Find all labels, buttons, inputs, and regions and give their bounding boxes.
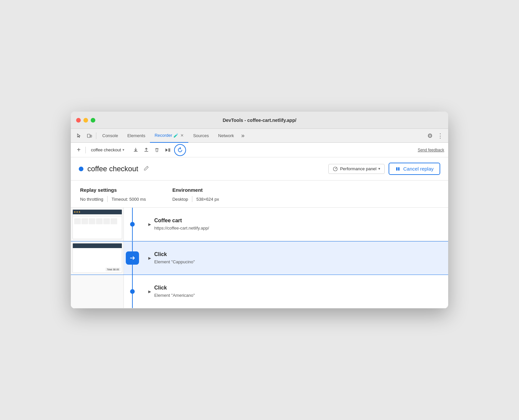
replay-settings-col: Replay settings No throttling Timeout: 5… <box>80 187 146 202</box>
step-3-description: Element "Americano" <box>154 293 195 298</box>
pause-icon <box>395 166 401 172</box>
maximize-button[interactable] <box>91 118 95 123</box>
recorder-toolbar: + coffee checkout ▾ <box>71 143 448 157</box>
throttling-value: No throttling <box>80 197 103 202</box>
step-1-content: ▶ Coffee cart https://coffee-cart.netlif… <box>141 208 448 241</box>
more-options-button[interactable]: ⋮ <box>435 130 446 141</box>
flask-icon: 🧪 <box>173 133 178 138</box>
import-button[interactable] <box>142 145 151 155</box>
recording-selector-button[interactable]: coffee checkout ▾ <box>88 146 127 154</box>
add-recording-button[interactable]: + <box>75 145 83 155</box>
step-1-thumbnail <box>71 208 124 241</box>
replay-button[interactable] <box>174 144 186 156</box>
replay-settings-heading: Replay settings <box>80 187 146 193</box>
svg-rect-3 <box>169 148 170 152</box>
tab-recorder[interactable]: Recorder 🧪 ✕ <box>150 129 188 143</box>
devtools-window: DevTools - coffee-cart.netlify.app/ Cons… <box>71 112 448 308</box>
tab-separator-1 <box>96 132 96 139</box>
environment-col: Environment Desktop 538×624 px <box>172 187 219 202</box>
step-1-connector <box>124 208 141 241</box>
steps-list: ▶ Coffee cart https://coffee-cart.netlif… <box>71 208 448 308</box>
tab-elements[interactable]: Elements <box>123 129 150 143</box>
step-3-connector <box>124 275 141 308</box>
export-icon <box>133 147 138 153</box>
settings-button[interactable]: ⚙ <box>425 130 435 141</box>
step-3-content: ▶ Click Element "Americano" <box>141 275 448 308</box>
step-3-dot <box>130 289 135 294</box>
import-icon <box>144 147 149 153</box>
step-1-expand-button[interactable]: ▶ <box>148 222 152 227</box>
settings-section: Replay settings No throttling Timeout: 5… <box>71 181 448 208</box>
replay-icon <box>177 147 183 153</box>
svg-rect-2 <box>168 148 169 152</box>
svg-rect-6 <box>398 167 400 171</box>
tab-close-icon[interactable]: ✕ <box>180 133 184 138</box>
recording-name-label: coffee checkout <box>91 147 121 152</box>
recording-status-dot <box>79 167 83 171</box>
step-2-thumbnail: Total: $0.00 <box>71 241 124 275</box>
step-1-url: https://coffee-cart.netlify.app/ <box>154 226 209 231</box>
window-controls <box>76 118 95 123</box>
edit-title-button[interactable] <box>142 164 150 174</box>
window-title: DevTools - coffee-cart.netlify.app/ <box>223 118 297 123</box>
step-coffee-cart[interactable]: ▶ Coffee cart https://coffee-cart.netlif… <box>71 208 448 241</box>
arrow-right-icon <box>129 255 136 261</box>
step-2-connector <box>124 241 141 275</box>
step-2-arrow-indicator <box>126 251 139 265</box>
device-toggle-button[interactable] <box>84 131 95 140</box>
close-button[interactable] <box>76 118 81 123</box>
environment-heading: Environment <box>172 187 219 193</box>
step-3-thumbnail <box>71 275 124 308</box>
recording-header: coffee checkout Performance panel ▾ <box>71 157 448 181</box>
perf-chevron-icon: ▾ <box>378 167 380 171</box>
trash-icon <box>154 147 160 153</box>
tab-console[interactable]: Console <box>98 129 123 143</box>
play-step-icon <box>165 147 171 153</box>
title-bar: DevTools - coffee-cart.netlify.app/ <box>71 112 448 129</box>
toolbar-actions <box>131 144 186 156</box>
step-3-expand-button[interactable]: ▶ <box>148 289 152 294</box>
delete-recording-button[interactable] <box>152 145 162 155</box>
step-click-americano[interactable]: ▶ Click Element "Americano" <box>71 275 448 308</box>
play-step-button[interactable] <box>163 145 173 155</box>
dimensions-value: 538×624 px <box>196 197 219 202</box>
pencil-icon <box>144 166 149 171</box>
cancel-replay-button[interactable]: Cancel replay <box>389 163 440 175</box>
step-2-title: Click <box>154 251 195 257</box>
performance-panel-button[interactable]: Performance panel ▾ <box>328 164 385 174</box>
performance-icon <box>333 166 338 172</box>
svg-rect-5 <box>396 167 398 171</box>
send-feedback-button[interactable]: Send feedback <box>418 148 444 152</box>
cursor-tool-button[interactable] <box>73 131 84 140</box>
step-click-cappucino[interactable]: Total: $0.00 ▶ Click <box>71 241 448 275</box>
main-content: coffee checkout Performance panel ▾ <box>71 157 448 308</box>
chevron-down-icon: ▾ <box>122 148 124 152</box>
tab-sources[interactable]: Sources <box>188 129 213 143</box>
devtools-tab-bar: Console Elements Recorder 🧪 ✕ Sources Ne… <box>71 129 448 143</box>
step-2-content: ▶ Click Element "Cappucino" <box>141 241 448 275</box>
timeout-value: Timeout: 5000 ms <box>112 197 146 202</box>
device-value: Desktop <box>172 197 188 202</box>
tab-network[interactable]: Network <box>213 129 239 143</box>
step-2-expand-button[interactable]: ▶ <box>148 255 152 261</box>
step-3-title: Click <box>154 285 195 291</box>
step-1-title: Coffee cart <box>154 218 209 224</box>
minimize-button[interactable] <box>83 118 88 123</box>
toolbar-separator-1 <box>85 147 86 153</box>
recording-title: coffee checkout <box>87 165 138 173</box>
cursor-icon <box>76 133 81 138</box>
device-icon <box>87 133 92 138</box>
step-2-description: Element "Cappucino" <box>154 259 195 264</box>
svg-rect-1 <box>90 135 92 137</box>
step-1-dot <box>130 222 135 227</box>
svg-rect-0 <box>87 134 90 137</box>
export-button[interactable] <box>131 145 140 155</box>
more-tabs-button[interactable]: » <box>239 130 247 141</box>
